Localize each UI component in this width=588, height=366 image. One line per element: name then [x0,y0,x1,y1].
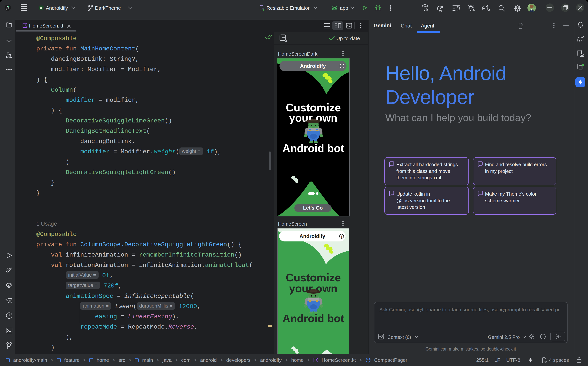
svg-text:Let's Go: Let's Go [303,205,323,211]
svg-text:i: i [341,235,342,238]
svg-text:Customize: Customize [286,271,341,284]
svg-text:Androidify: Androidify [300,63,326,69]
svg-text:Android bot: Android bot [283,142,344,154]
svg-text:Androidify: Androidify [299,233,325,239]
svg-text:i: i [342,64,342,68]
svg-text:Android bot: Android bot [283,312,344,325]
